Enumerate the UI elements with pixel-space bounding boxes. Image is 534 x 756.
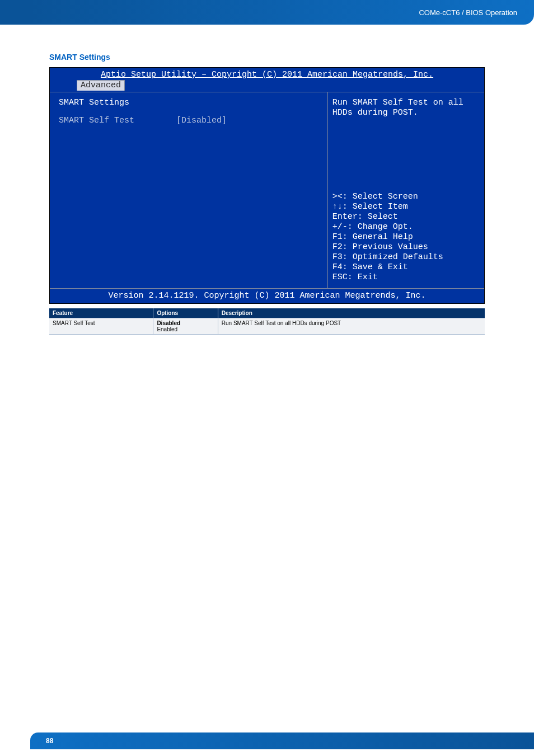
header-left-stub — [0, 0, 30, 25]
bios-title: Aptio Setup Utility – Copyright (C) 2011… — [50, 68, 484, 80]
key-change-opt: +/-: Change Opt. — [332, 222, 480, 232]
bios-right-panel: Run SMART Self Test on all HDDs during P… — [328, 92, 484, 288]
page-number: 88 — [46, 737, 53, 745]
bios-key-legend: ><: Select Screen ↑↓: Select Item Enter:… — [332, 192, 480, 283]
th-description: Description — [218, 308, 485, 318]
td-description: Run SMART Self Test on all HDDs during P… — [218, 318, 485, 335]
td-options: Disabled Enabled — [153, 318, 218, 335]
bios-panel-heading: SMART Settings — [59, 98, 318, 108]
bios-option-row[interactable]: SMART Self Test [Disabled] — [59, 116, 318, 126]
key-f1: F1: General Help — [332, 232, 480, 242]
bios-body: SMART Settings SMART Self Test [Disabled… — [50, 92, 484, 289]
breadcrumb: COMe-cCT6 / BIOS Operation — [419, 8, 517, 17]
feature-table: Feature Options Description SMART Self T… — [49, 308, 485, 335]
bios-tab-advanced[interactable]: Advanced — [77, 80, 125, 91]
bios-version-footer: Version 2.14.1219. Copyright (C) 2011 Am… — [50, 289, 484, 303]
table-row: SMART Self Test Disabled Enabled Run SMA… — [49, 318, 485, 335]
page-footer-bar: 88 — [30, 732, 534, 749]
option-disabled: Disabled — [157, 320, 214, 326]
key-f3: F3: Optimized Defaults — [332, 252, 480, 262]
bios-option-value: [Disabled] — [176, 116, 227, 126]
key-select-screen: ><: Select Screen — [332, 192, 480, 202]
section-title: SMART Settings — [49, 53, 485, 62]
bios-screenshot: Aptio Setup Utility – Copyright (C) 2011… — [49, 67, 485, 304]
key-select-item: ↑↓: Select Item — [332, 202, 480, 212]
bios-option-label: SMART Self Test — [59, 116, 176, 126]
bios-tabs-row: Advanced — [50, 80, 484, 92]
th-feature: Feature — [49, 308, 153, 318]
key-enter: Enter: Select — [332, 212, 480, 222]
key-f2: F2: Previous Values — [332, 242, 480, 252]
bios-left-panel: SMART Settings SMART Self Test [Disabled… — [50, 92, 328, 288]
option-enabled: Enabled — [157, 326, 177, 332]
page-header-bar: COMe-cCT6 / BIOS Operation — [30, 0, 534, 25]
bios-help-text: Run SMART Self Test on all HDDs during P… — [332, 98, 480, 118]
td-feature: SMART Self Test — [49, 318, 153, 335]
th-options: Options — [153, 308, 218, 318]
key-esc: ESC: Exit — [332, 273, 480, 283]
key-f4: F4: Save & Exit — [332, 262, 480, 273]
table-header-row: Feature Options Description — [49, 308, 485, 318]
page-content: SMART Settings Aptio Setup Utility – Cop… — [0, 25, 534, 335]
